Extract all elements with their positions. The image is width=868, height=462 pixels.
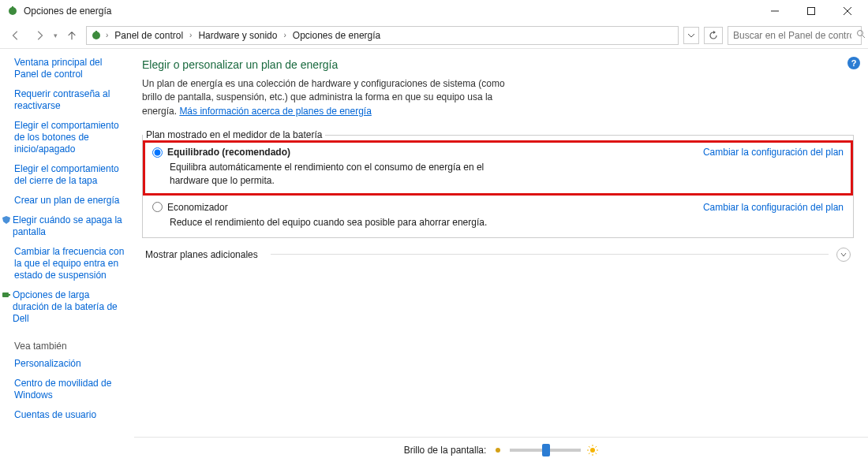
- close-button[interactable]: [830, 0, 865, 22]
- chevron-right-icon: ›: [282, 31, 287, 39]
- back-button[interactable]: [6, 26, 25, 45]
- breadcrumb-icon: [90, 29, 103, 42]
- svg-rect-11: [9, 294, 10, 296]
- plan-saver-change-link[interactable]: Cambiar la configuración del plan: [703, 202, 844, 213]
- battery-icon: [2, 290, 11, 300]
- refresh-button[interactable]: [704, 27, 723, 44]
- brightness-slider[interactable]: [510, 449, 581, 452]
- svg-rect-3: [808, 8, 815, 15]
- chevron-right-icon: ›: [188, 31, 193, 39]
- plan-balanced: Equilibrado (recomendado) Cambiar la con…: [143, 140, 853, 196]
- search-input[interactable]: [733, 30, 851, 41]
- sidebar-link-home[interactable]: Ventana principal del Panel de control: [14, 57, 125, 80]
- svg-line-18: [589, 446, 590, 448]
- see-also-heading: Vea también: [14, 341, 125, 352]
- breadcrumb-item[interactable]: Panel de control: [111, 28, 186, 43]
- search-box[interactable]: [728, 26, 862, 45]
- sun-bright-icon: [587, 445, 598, 456]
- window-title: Opciones de energía: [24, 6, 758, 17]
- plan-saver-name: Economizador: [167, 202, 228, 213]
- see-also-mobility[interactable]: Centro de movilidad de Windows: [14, 378, 125, 401]
- breadcrumb-item[interactable]: Opciones de energía: [290, 28, 383, 43]
- svg-point-8: [858, 31, 863, 36]
- svg-rect-1: [12, 6, 13, 10]
- plan-saver: Economizador Cambiar la configuración de…: [143, 196, 853, 237]
- show-additional-plans[interactable]: Mostrar planes adicionales: [142, 238, 854, 271]
- forward-button[interactable]: [30, 26, 49, 45]
- brightness-bar: Brillo de la pantalla:: [134, 437, 868, 462]
- svg-line-20: [589, 453, 590, 454]
- see-also-personalization[interactable]: Personalización: [14, 358, 125, 370]
- sidebar-link-password[interactable]: Requerir contraseña al reactivarse: [14, 88, 125, 112]
- app-icon: [6, 5, 19, 17]
- page-description: Un plan de energía es una colección de h…: [142, 77, 505, 118]
- sidebar-link-create-plan[interactable]: Crear un plan de energía: [14, 195, 125, 207]
- sidebar-link-display-off[interactable]: Elegir cuándo se apaga la pantalla: [13, 214, 125, 238]
- breadcrumb[interactable]: › Panel de control › Hardware y sonido ›…: [86, 26, 679, 45]
- svg-line-9: [862, 35, 865, 38]
- addressbar: ▾ › Panel de control › Hardware y sonido…: [0, 22, 868, 49]
- plan-saver-desc: Reduce el rendimiento del equipo cuando …: [170, 216, 501, 229]
- chevron-down-icon: [836, 248, 851, 262]
- chevron-right-icon: ›: [104, 31, 110, 39]
- svg-rect-10: [2, 292, 9, 297]
- titlebar: Opciones de energía: [0, 0, 868, 22]
- main-panel: ? Elegir o personalizar un plan de energ…: [134, 49, 868, 437]
- up-button[interactable]: [62, 26, 81, 45]
- shield-icon: [2, 215, 11, 225]
- sidebar-link-sleep[interactable]: Cambiar la frecuencia con la que el equi…: [14, 246, 125, 281]
- additional-label: Mostrar planes adicionales: [145, 249, 258, 260]
- minimize-button[interactable]: [758, 0, 792, 22]
- breadcrumb-item[interactable]: Hardware y sonido: [195, 28, 280, 43]
- svg-point-13: [590, 448, 595, 453]
- group-label: Plan mostrado en el medidor de la baterí…: [143, 129, 325, 140]
- svg-line-21: [596, 446, 597, 448]
- search-icon: [856, 29, 866, 41]
- power-plans-group: Plan mostrado en el medidor de la baterí…: [142, 129, 854, 237]
- sidebar-link-power-buttons[interactable]: Elegir el comportamiento de los botones …: [14, 120, 125, 155]
- brightness-label: Brillo de la pantalla:: [404, 445, 487, 456]
- plan-balanced-change-link[interactable]: Cambiar la configuración del plan: [703, 147, 844, 158]
- maximize-button[interactable]: [794, 0, 829, 22]
- plan-balanced-name: Equilibrado (recomendado): [167, 147, 290, 158]
- svg-point-12: [496, 448, 500, 453]
- help-icon[interactable]: ?: [847, 57, 860, 69]
- breadcrumb-dropdown[interactable]: [683, 27, 699, 44]
- sidebar-link-lid[interactable]: Elegir el comportamiento del cierre de l…: [14, 163, 125, 187]
- sidebar-link-dell-battery[interactable]: Opciones de larga duración de la batería…: [13, 289, 125, 325]
- page-title: Elegir o personalizar un plan de energía: [142, 58, 854, 71]
- divider: [271, 254, 829, 255]
- sun-dim-icon: [492, 445, 503, 456]
- plan-balanced-desc: Equilibra automáticamente el rendimiento…: [170, 161, 501, 188]
- svg-line-19: [596, 453, 597, 454]
- recent-dropdown-icon[interactable]: ▾: [54, 32, 58, 39]
- plan-saver-radio[interactable]: [152, 202, 163, 212]
- more-info-link[interactable]: Más información acerca de planes de ener…: [179, 106, 371, 117]
- plan-balanced-radio[interactable]: [152, 147, 163, 158]
- slider-thumb[interactable]: [542, 444, 550, 456]
- sidebar: Ventana principal del Panel de control R…: [0, 49, 134, 437]
- see-also-accounts[interactable]: Cuentas de usuario: [14, 409, 125, 421]
- svg-rect-7: [95, 31, 97, 35]
